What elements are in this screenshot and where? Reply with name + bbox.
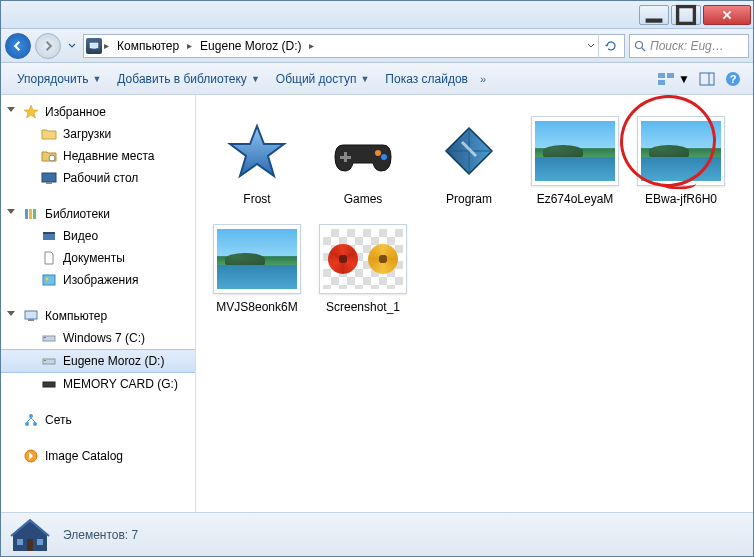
image-item[interactable]: MVJS8eonk6M <box>208 219 306 319</box>
svg-rect-11 <box>700 73 714 85</box>
explorer-window: ▸ Компьютер ▸ Eugene Moroz (D:) ▸ Поиск:… <box>0 0 754 557</box>
svg-rect-16 <box>42 173 56 182</box>
sidebar-item-drive-d[interactable]: Eugene Moroz (D:) <box>1 349 195 373</box>
gamepad-icon <box>319 116 407 186</box>
item-label: Screenshot_1 <box>326 300 400 314</box>
sidebar-item-desktop[interactable]: Рабочий стол <box>1 167 195 189</box>
item-label: Ez674oLeyaM <box>537 192 614 206</box>
statusbar: Элементов: 7 <box>1 512 753 556</box>
item-label: Frost <box>243 192 270 206</box>
svg-point-36 <box>375 150 381 156</box>
sidebar-item-drive-c[interactable]: Windows 7 (C:) <box>1 327 195 349</box>
recent-icon <box>41 148 57 164</box>
svg-rect-40 <box>17 539 23 545</box>
maximize-button[interactable] <box>671 5 701 25</box>
sidebar-libraries[interactable]: Библиотеки <box>1 203 195 225</box>
svg-rect-31 <box>43 382 55 387</box>
sidebar: Избранное Загрузки Недавние места Рабочи… <box>1 95 196 512</box>
folder-item[interactable]: Frost <box>208 111 306 211</box>
titlebar <box>1 1 753 29</box>
slideshow-button[interactable]: Показ слайдов <box>377 68 476 90</box>
close-button[interactable] <box>703 5 751 25</box>
picture-icon <box>41 272 57 288</box>
minimize-button[interactable] <box>639 5 669 25</box>
sidebar-image-catalog[interactable]: Image Catalog <box>1 445 195 467</box>
breadcrumb-root[interactable]: Компьютер <box>111 35 185 57</box>
add-to-library-button[interactable]: Добавить в библиотеку▼ <box>109 68 267 90</box>
sidebar-item-pictures[interactable]: Изображения <box>1 269 195 291</box>
content-pane: Frost Games Program Ez674oLeyaM EBwa-jfR… <box>196 95 753 512</box>
svg-rect-1 <box>678 6 695 23</box>
back-button[interactable] <box>5 33 31 59</box>
folder-item[interactable]: Games <box>314 111 412 211</box>
folder-item[interactable]: Program <box>420 111 518 211</box>
sidebar-favorites[interactable]: Избранное <box>1 101 195 123</box>
flower-thumbnail <box>319 224 407 294</box>
drive-icon <box>41 330 57 346</box>
item-label: EBwa-jfR6H0 <box>645 192 717 206</box>
search-input[interactable]: Поиск: Eug… <box>629 34 749 58</box>
photo-thumbnail <box>531 116 619 186</box>
share-button[interactable]: Общий доступ▼ <box>268 68 378 90</box>
svg-rect-30 <box>44 360 46 361</box>
chevron-right-icon: ▸ <box>185 40 194 51</box>
star-icon <box>213 116 301 186</box>
image-item[interactable]: Ez674oLeyaM <box>526 111 624 211</box>
svg-rect-20 <box>33 209 36 219</box>
search-placeholder: Поиск: Eug… <box>650 39 724 53</box>
sidebar-item-recent[interactable]: Недавние места <box>1 145 195 167</box>
svg-rect-23 <box>43 275 55 285</box>
star-icon <box>23 104 39 120</box>
view-mode-button[interactable]: ▼ <box>654 69 693 89</box>
address-bar[interactable]: ▸ Компьютер ▸ Eugene Moroz (D:) ▸ <box>83 34 625 58</box>
sidebar-item-drive-g[interactable]: MEMORY CARD (G:) <box>1 373 195 395</box>
svg-rect-9 <box>667 73 674 78</box>
house-icon <box>9 517 51 553</box>
video-icon <box>41 228 57 244</box>
image-item[interactable]: EBwa-jfR6H0 <box>632 111 730 211</box>
forward-button[interactable] <box>35 33 61 59</box>
svg-rect-22 <box>43 232 55 234</box>
address-dropdown[interactable] <box>584 37 598 55</box>
image-item[interactable]: Screenshot_1 <box>314 219 412 319</box>
svg-rect-26 <box>28 319 34 321</box>
svg-rect-8 <box>658 73 665 78</box>
svg-point-32 <box>25 422 29 426</box>
computer-icon <box>86 38 102 54</box>
navbar: ▸ Компьютер ▸ Eugene Moroz (D:) ▸ Поиск:… <box>1 29 753 63</box>
svg-rect-4 <box>90 43 98 48</box>
preview-pane-button[interactable] <box>695 68 719 90</box>
sidebar-computer[interactable]: Компьютер <box>1 305 195 327</box>
toolbar-overflow[interactable]: » <box>476 73 490 85</box>
svg-rect-10 <box>658 80 665 85</box>
svg-rect-41 <box>27 539 33 551</box>
organize-button[interactable]: Упорядочить▼ <box>9 68 109 90</box>
item-label: MVJS8eonk6M <box>216 300 297 314</box>
chevron-right-icon: ▸ <box>307 40 316 51</box>
computer-icon <box>23 308 39 324</box>
drive-icon <box>41 353 57 369</box>
sidebar-network[interactable]: Сеть <box>1 409 195 431</box>
sidebar-item-downloads[interactable]: Загрузки <box>1 123 195 145</box>
svg-point-37 <box>381 154 387 160</box>
item-label: Program <box>446 192 492 206</box>
folder-icon <box>41 126 57 142</box>
sidebar-item-documents[interactable]: Документы <box>1 247 195 269</box>
refresh-button[interactable] <box>598 34 622 58</box>
svg-rect-29 <box>43 359 55 364</box>
svg-point-24 <box>46 278 49 281</box>
svg-rect-42 <box>37 539 43 545</box>
help-button[interactable]: ? <box>721 68 745 90</box>
svg-point-15 <box>49 155 55 161</box>
network-icon <box>23 412 39 428</box>
svg-rect-39 <box>340 156 351 159</box>
breadcrumb-drive[interactable]: Eugene Moroz (D:) <box>194 35 307 57</box>
document-icon <box>41 250 57 266</box>
svg-rect-19 <box>29 209 32 219</box>
catalog-icon <box>23 448 39 464</box>
svg-point-34 <box>29 414 33 418</box>
sidebar-item-videos[interactable]: Видео <box>1 225 195 247</box>
history-dropdown[interactable] <box>65 37 79 55</box>
svg-rect-17 <box>46 182 52 184</box>
svg-rect-5 <box>92 48 96 49</box>
